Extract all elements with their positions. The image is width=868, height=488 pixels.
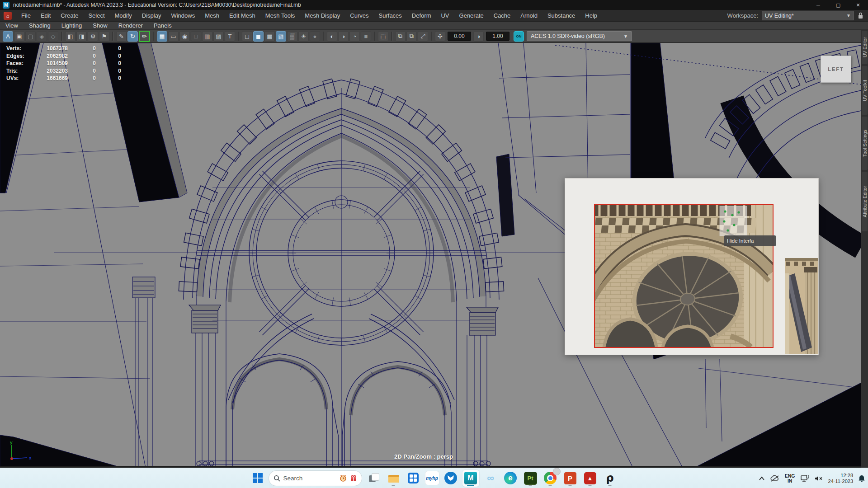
start-button[interactable] — [250, 470, 265, 486]
panel-menu-shading[interactable]: Shading — [24, 22, 56, 29]
clock[interactable]: 12:28 24-11-2023 — [828, 473, 853, 484]
taskbar-visual-studio-icon[interactable]: ∞ — [482, 470, 499, 487]
menu-mesh-tools[interactable]: Mesh Tools — [260, 12, 300, 19]
snap-b-icon[interactable]: ◇ — [48, 31, 58, 42]
gate-mask-icon[interactable]: □ — [191, 31, 201, 42]
lock-icon[interactable] — [858, 12, 863, 19]
occlusion-icon[interactable]: ◔ — [349, 31, 360, 42]
snapshot-b-icon[interactable]: ⧉ — [406, 31, 417, 42]
tray-chevron-icon[interactable] — [759, 476, 765, 481]
wireframe-on-shaded-icon[interactable]: ▩ — [264, 31, 275, 42]
export-image-icon[interactable]: ⤢ — [418, 31, 428, 42]
menu-modify[interactable]: Modify — [110, 12, 137, 19]
select-object-icon[interactable]: ▣ — [14, 31, 24, 42]
resolution-gate-icon[interactable]: ◉ — [179, 31, 190, 42]
field-chart-icon[interactable]: ▥ — [202, 31, 212, 42]
xray-icon[interactable]: ◐ — [327, 31, 337, 42]
menu-curves[interactable]: Curves — [345, 12, 373, 19]
bookmark-icon[interactable]: ⚑ — [99, 31, 109, 42]
pan-zoom-tool-icon[interactable]: ✏ — [139, 31, 150, 42]
menu-help[interactable]: Help — [580, 12, 602, 19]
menu-substance[interactable]: Substance — [542, 12, 580, 19]
taskbar-task-view-icon[interactable] — [365, 470, 382, 487]
taskbar-acrobat-icon[interactable]: ▲ — [582, 470, 599, 487]
dock-tab-uv-editor[interactable]: UV Editor — [862, 31, 868, 64]
panel-menu-panels[interactable]: Panels — [148, 22, 177, 29]
maya-home-icon[interactable]: ⌂ — [4, 12, 12, 20]
lighting-icon[interactable]: ☀ — [298, 31, 309, 42]
menu-file[interactable]: File — [16, 12, 36, 19]
color-management-toggle[interactable]: ON — [514, 31, 524, 42]
panel-menu-renderer[interactable]: Renderer — [113, 22, 148, 29]
language-indicator[interactable]: ENGIN — [785, 474, 795, 483]
grease-pencil-icon[interactable]: ✎ — [116, 31, 127, 42]
select-hierarchy-icon[interactable]: A — [3, 31, 13, 42]
exposure-field[interactable]: 0.00 — [448, 32, 471, 41]
reference-image-window[interactable] — [565, 178, 819, 355]
contrast-icon[interactable]: ◑ — [473, 31, 484, 42]
shaded-icon[interactable]: ◼ — [253, 31, 264, 42]
taskbar-powerpoint-icon[interactable]: P — [562, 470, 579, 487]
search-input[interactable]: Search — [269, 470, 362, 486]
taskbar-maya-icon[interactable]: M — [462, 470, 479, 487]
close-button[interactable]: ✕ — [848, 0, 868, 10]
menu-cache[interactable]: Cache — [489, 12, 516, 19]
snap-a-icon[interactable]: ◈ — [37, 31, 47, 42]
menu-mesh-display[interactable]: Mesh Display — [300, 12, 345, 19]
image-plane-icon[interactable]: ▨ — [213, 31, 224, 42]
menu-select[interactable]: Select — [83, 12, 109, 19]
volume-muted-icon[interactable] — [814, 475, 823, 482]
notification-bell-icon[interactable] — [858, 474, 865, 482]
grid-icon[interactable]: ▦ — [157, 31, 167, 42]
reference-photo[interactable] — [594, 204, 774, 348]
menu-edit-mesh[interactable]: Edit Mesh — [224, 12, 260, 19]
maximize-button[interactable]: ▢ — [828, 0, 848, 10]
dock-tab-attribute-editor[interactable]: Attribute Editor — [862, 172, 868, 231]
exposure-icon[interactable]: ✣ — [435, 31, 445, 42]
dock-tab-tool-settings[interactable]: Tool Settings — [862, 117, 868, 170]
camera-attributes-icon[interactable]: ⚙ — [88, 31, 98, 42]
taskbar-file-explorer-icon[interactable] — [385, 470, 402, 487]
menu-create[interactable]: Create — [56, 12, 83, 19]
dock-tab-uv-toolkit[interactable]: UV Toolkit — [862, 66, 868, 115]
panel-menu-lighting[interactable]: Lighting — [56, 22, 88, 29]
safe-title-icon[interactable]: T — [225, 31, 235, 42]
xray-joints-icon[interactable]: ◑ — [338, 31, 349, 42]
isolate-select-icon[interactable]: ⬚ — [378, 31, 388, 42]
aa-toggle-icon[interactable]: ■ — [361, 31, 371, 42]
film-gate-icon[interactable]: ▭ — [168, 31, 179, 42]
reference-photo-secondary[interactable] — [785, 258, 818, 354]
menu-surfaces[interactable]: Surfaces — [374, 12, 407, 19]
taskbar-chrome-icon[interactable] — [542, 470, 559, 487]
taskbar-p-app-icon[interactable]: ρ — [602, 470, 618, 487]
tumble-view-icon[interactable]: ↻ — [127, 31, 138, 42]
taskbar-substance-painter-icon[interactable]: Pt — [522, 470, 539, 487]
taskbar-fox-app-icon[interactable] — [443, 470, 459, 487]
menu-deform[interactable]: Deform — [407, 12, 436, 19]
camera-select-icon[interactable]: ◧ — [65, 31, 75, 42]
gamma-field[interactable]: 1.00 — [486, 32, 509, 41]
taskbar-myhp-icon[interactable]: myhp — [425, 471, 439, 485]
panel-menu-show[interactable]: Show — [87, 22, 113, 29]
colorspace-dropdown[interactable]: ACES 1.0 SDR-video (sRGB) ▼ — [527, 31, 632, 41]
onedrive-cloud-icon[interactable] — [770, 475, 780, 482]
shadows-icon[interactable]: ● — [310, 31, 320, 42]
taskbar-edge-icon[interactable]: e — [502, 470, 519, 487]
menu-generate[interactable]: Generate — [454, 12, 489, 19]
workspace-dropdown[interactable]: UV Editing* ▼ — [762, 11, 854, 20]
menu-uv[interactable]: UV — [436, 12, 454, 19]
textured-icon[interactable]: ▧ — [276, 31, 286, 42]
wireframe-icon[interactable]: ◻ — [242, 31, 252, 42]
reference-left-chip[interactable]: LEFT — [821, 56, 851, 83]
menu-arnold[interactable]: Arnold — [515, 12, 542, 19]
menu-windows[interactable]: Windows — [166, 12, 200, 19]
taskbar-microsoft-store-icon[interactable] — [405, 470, 422, 487]
menu-display[interactable]: Display — [137, 12, 166, 19]
select-component-icon[interactable]: ▢ — [25, 31, 36, 42]
minimize-button[interactable]: ─ — [808, 0, 828, 10]
menu-mesh[interactable]: Mesh — [200, 12, 224, 19]
menu-edit[interactable]: Edit — [36, 12, 56, 19]
default-material-icon[interactable]: ▒ — [287, 31, 297, 42]
network-icon[interactable] — [800, 475, 809, 482]
panel-menu-view[interactable]: View — [0, 22, 24, 29]
